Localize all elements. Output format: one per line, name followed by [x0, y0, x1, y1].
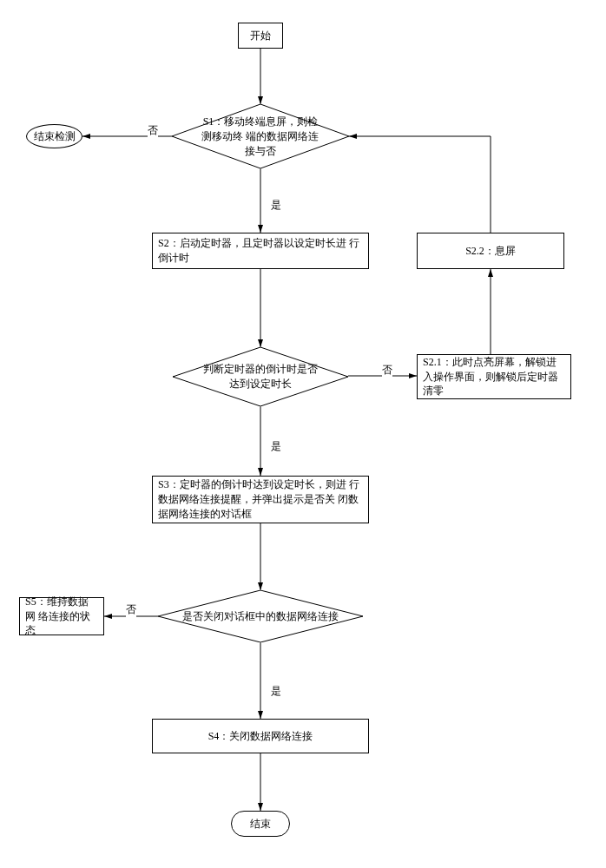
node-end: 结束 [231, 811, 290, 837]
node-judge-decision: 判断定时器的倒计时是否 达到设定时长 [173, 347, 348, 406]
node-closeq-decision: 是否关闭对话框中的数据网络连接 [158, 590, 363, 642]
node-end-text: 结束 [250, 817, 271, 832]
node-judge-text: 判断定时器的倒计时是否 达到设定时长 [199, 362, 321, 391]
node-s21: S2.1：此时点亮屏幕，解锁进 入操作界面，则解锁后定时器 清零 [417, 354, 571, 399]
node-start-text: 开始 [250, 29, 271, 43]
label-no-2: 否 [382, 363, 392, 378]
node-s1-text: S1：移动终端息屏，则检测移动终 端的数据网络连接与否 [199, 115, 323, 158]
node-start: 开始 [238, 23, 283, 49]
node-s1-decision: S1：移动终端息屏，则检测移动终 端的数据网络连接与否 [172, 104, 349, 168]
label-yes-1: 是 [271, 198, 281, 213]
node-end-detect: 结束检测 [26, 124, 82, 148]
node-s22-text: S2.2：息屏 [465, 244, 516, 259]
label-yes-2: 是 [271, 439, 281, 454]
node-s3-text: S3：定时器的倒计时达到设定时长，则进 行数据网络连接提醒，并弹出提示是否关 闭… [158, 477, 363, 521]
node-s2: S2：启动定时器，且定时器以设定时长进 行倒计时 [152, 233, 369, 269]
node-s21-text: S2.1：此时点亮屏幕，解锁进 入操作界面，则解锁后定时器 清零 [423, 355, 565, 398]
node-s3: S3：定时器的倒计时达到设定时长，则进 行数据网络连接提醒，并弹出提示是否关 闭… [152, 476, 369, 523]
label-yes-3: 是 [271, 684, 281, 699]
node-s4: S4：关闭数据网络连接 [152, 719, 369, 753]
node-s5-text: S5：维持数据网 络连接的状态 [25, 595, 98, 638]
node-s5: S5：维持数据网 络连接的状态 [19, 597, 104, 635]
node-s2-text: S2：启动定时器，且定时器以设定时长进 行倒计时 [158, 236, 363, 266]
label-no-1: 否 [148, 123, 158, 138]
node-s22: S2.2：息屏 [417, 233, 564, 269]
node-end-detect-text: 结束检测 [34, 129, 76, 144]
node-closeq-text: 是否关闭对话框中的数据网络连接 [179, 609, 343, 624]
node-s4-text: S4：关闭数据网络连接 [208, 729, 313, 744]
label-no-3: 否 [126, 602, 136, 617]
